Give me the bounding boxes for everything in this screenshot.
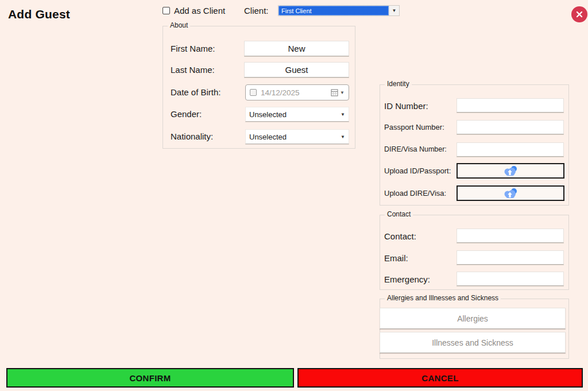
passport-number-input[interactable] <box>457 120 564 134</box>
client-dropdown-arrow-button[interactable]: ▼ <box>389 6 399 16</box>
allergies-group-legend: Allergies and Illnesses and Sickness <box>385 294 501 302</box>
nationality-label: Nationality: <box>171 131 213 141</box>
gender-dropdown-value: Unselected <box>249 110 287 119</box>
first-name-label: First Name: <box>171 44 215 53</box>
emergency-input[interactable] <box>457 272 564 286</box>
nationality-dropdown[interactable]: Unselected ▼ <box>245 129 349 144</box>
date-of-birth-picker[interactable]: 14/12/2025 ▼ <box>245 84 349 100</box>
nationality-dropdown-value: Unselected <box>249 133 287 141</box>
upload-dire-visa-button[interactable] <box>457 185 564 201</box>
about-group-legend: About <box>168 21 190 29</box>
email-label: Email: <box>384 253 408 263</box>
dire-visa-number-label: DIRE/Visa Number: <box>384 145 447 153</box>
upload-id-passport-label: Upload ID/Passport: <box>384 167 451 175</box>
chevron-down-icon: ▼ <box>341 134 345 140</box>
illnesses-input[interactable] <box>380 332 566 353</box>
gender-label: Gender: <box>171 109 202 119</box>
cancel-button-label: CANCEL <box>421 373 458 383</box>
client-dropdown[interactable]: First Client ▼ <box>278 5 400 16</box>
cloud-upload-icon <box>503 188 518 199</box>
gender-dropdown[interactable]: Unselected ▼ <box>245 107 349 122</box>
date-of-birth-checkbox[interactable] <box>250 89 257 96</box>
add-as-client-group: Add as Client <box>163 6 225 16</box>
emergency-label: Emergency: <box>384 274 430 284</box>
cancel-button[interactable]: CANCEL <box>297 368 583 388</box>
date-of-birth-label: Date of Birth: <box>171 87 221 97</box>
identity-group-legend: Identity <box>385 80 412 88</box>
contact-group-legend: Contact <box>385 210 413 218</box>
client-label: Client: <box>244 6 269 16</box>
chevron-down-icon[interactable]: ▼ <box>340 90 345 95</box>
contact-label: Contact: <box>384 231 416 241</box>
last-name-input[interactable] <box>244 62 349 78</box>
calendar-icon[interactable] <box>331 89 338 96</box>
upload-dire-visa-label: Upload DIRE/Visa: <box>384 189 446 198</box>
allergies-input[interactable] <box>380 308 566 329</box>
first-name-input[interactable] <box>244 41 349 56</box>
close-icon <box>575 10 583 18</box>
id-number-label: ID Number: <box>384 101 428 111</box>
email-input[interactable] <box>457 250 564 265</box>
id-number-input[interactable] <box>457 98 564 113</box>
add-as-client-label: Add as Client <box>174 6 225 16</box>
upload-id-passport-button[interactable] <box>457 163 564 179</box>
confirm-button-label: CONFIRM <box>129 373 171 383</box>
date-of-birth-value: 14/12/2025 <box>261 88 327 97</box>
dire-visa-number-input[interactable] <box>457 142 564 157</box>
last-name-label: Last Name: <box>171 65 215 75</box>
cloud-upload-icon <box>503 165 518 177</box>
add-as-client-checkbox[interactable] <box>163 7 170 14</box>
close-button[interactable] <box>571 6 587 22</box>
client-dropdown-selected-value: First Client <box>278 6 389 16</box>
passport-number-label: Passport Number: <box>384 123 444 131</box>
confirm-button[interactable]: CONFIRM <box>6 368 294 388</box>
chevron-down-icon: ▼ <box>341 112 345 117</box>
chevron-down-icon: ▼ <box>392 8 397 13</box>
contact-input[interactable] <box>457 229 564 243</box>
page-title: Add Guest <box>8 7 70 21</box>
